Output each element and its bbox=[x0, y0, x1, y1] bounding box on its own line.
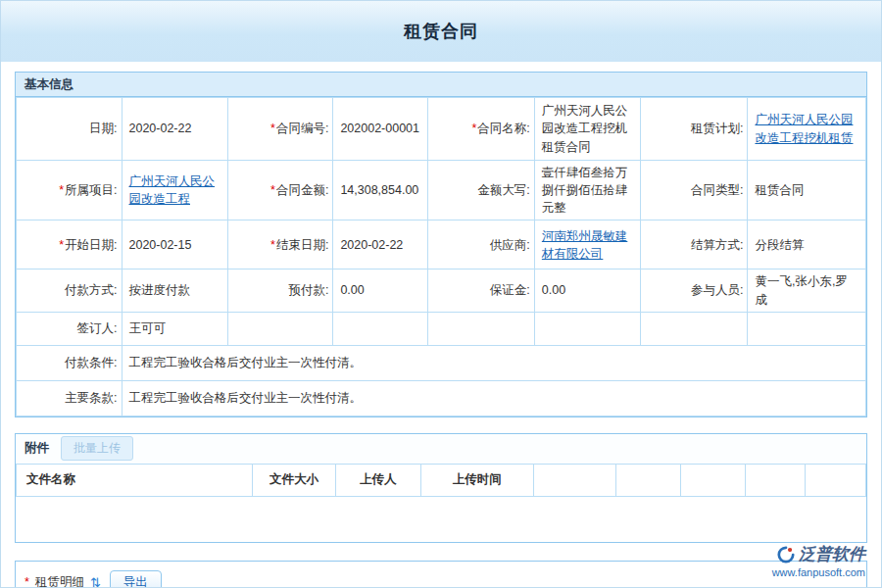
label-text: 所属项目: bbox=[65, 183, 117, 197]
end-date-value: 2020-02-22 bbox=[333, 220, 428, 270]
label-text: 合同编号: bbox=[276, 122, 328, 135]
attachments-empty-area bbox=[16, 497, 866, 542]
settlement-method-value: 分段结算 bbox=[748, 220, 866, 270]
contract-name-label: *合同名称: bbox=[428, 98, 534, 161]
attachments-header-row: 文件名称 文件大小 上传人 上传时间 bbox=[17, 464, 866, 496]
fanpu-logo-icon bbox=[777, 546, 795, 564]
label-text: 保证金: bbox=[490, 283, 530, 297]
basic-info-section: 基本信息 日期: 2020-02-22 *合同编号: 202002-00001 … bbox=[15, 72, 867, 417]
brand-name: 泛普软件 bbox=[799, 543, 865, 565]
attachments-section: 附件 批量上传 文件名称 文件大小 上传人 上传时间 bbox=[15, 433, 867, 543]
participants-label: 参与人员: bbox=[641, 270, 748, 312]
amount-in-words-label: 金额大写: bbox=[428, 161, 534, 220]
label-text: 签订人: bbox=[77, 321, 118, 335]
payment-method-value: 按进度付款 bbox=[122, 270, 227, 312]
attachments-title: 附件 bbox=[24, 440, 49, 457]
date-label: 日期: bbox=[17, 98, 122, 161]
deposit-label: 保证金: bbox=[428, 270, 534, 312]
supplier-link[interactable]: 河南郑州晟敏建材有限公司 bbox=[542, 229, 628, 261]
batch-upload-button[interactable]: 批量上传 bbox=[61, 436, 133, 461]
export-button[interactable]: 导出 bbox=[110, 570, 162, 588]
empty-cell bbox=[748, 312, 866, 345]
contract-amount-label: *合同金额: bbox=[227, 161, 333, 220]
project-link[interactable]: 广州天河人民公园改造工程 bbox=[129, 174, 216, 206]
attachments-col-upload-time: 上传时间 bbox=[420, 464, 533, 496]
empty-cell bbox=[534, 312, 640, 345]
branding-link[interactable]: 泛普软件 www.fanpusoft.com bbox=[772, 543, 865, 578]
project-value: 广州天河人民公园改造工程 bbox=[122, 161, 227, 220]
contract-amount-value: 14,308,854.00 bbox=[333, 161, 428, 220]
advance-payment-label: 预付款: bbox=[227, 270, 333, 312]
label-text: 结束日期: bbox=[276, 238, 328, 252]
basic-info-section-title: 基本信息 bbox=[16, 73, 866, 97]
table-row: 主要条款: 工程完工验收合格后交付业主一次性付清。 bbox=[17, 380, 866, 416]
label-text: 主要条款: bbox=[65, 391, 117, 405]
label-text: 租赁计划: bbox=[691, 122, 743, 135]
page-title: 租赁合同 bbox=[404, 20, 478, 43]
payment-terms-value: 工程完工验收合格后交付业主一次性付清。 bbox=[122, 345, 866, 380]
label-text: 合同名称: bbox=[477, 122, 529, 135]
signer-value: 王可可 bbox=[122, 312, 227, 345]
sort-toggle-icon[interactable]: ⇅ bbox=[90, 575, 101, 588]
required-marker: * bbox=[59, 183, 64, 197]
brand-line: 泛普软件 bbox=[772, 543, 865, 565]
attachments-table: 文件名称 文件大小 上传人 上传时间 bbox=[16, 464, 866, 497]
empty-cell bbox=[333, 312, 428, 345]
label-text: 日期: bbox=[89, 122, 117, 135]
lease-detail-section: * 租赁明细 ⇅ 导出 bbox=[15, 561, 867, 588]
payment-method-label: 付款方式: bbox=[17, 270, 122, 312]
attachments-header: 附件 批量上传 bbox=[16, 434, 866, 464]
label-text: 付款方式: bbox=[65, 283, 117, 297]
lease-plan-value: 广州天河人民公园改造工程挖机租赁 bbox=[748, 98, 866, 161]
attachments-col-extra-4 bbox=[745, 464, 805, 496]
label-text: 合同金额: bbox=[276, 183, 328, 197]
label-text: 开始日期: bbox=[65, 238, 117, 252]
empty-cell bbox=[428, 312, 534, 345]
attachments-col-extra-1 bbox=[533, 464, 615, 496]
required-marker: * bbox=[270, 122, 275, 135]
required-marker: * bbox=[24, 575, 29, 588]
table-row: 签订人: 王可可 bbox=[17, 312, 866, 345]
deposit-value: 0.00 bbox=[534, 270, 640, 312]
attachments-col-extra-3 bbox=[680, 464, 745, 496]
table-row: *所属项目: 广州天河人民公园改造工程 *合同金额: 14,308,854.00… bbox=[17, 161, 866, 220]
attachments-col-extra-5 bbox=[805, 464, 865, 496]
participants-value: 黄一飞,张小东,罗成 bbox=[748, 270, 866, 312]
lease-plan-label: 租赁计划: bbox=[641, 98, 748, 161]
label-text: 预付款: bbox=[288, 283, 328, 297]
empty-cell bbox=[641, 312, 748, 345]
attachments-col-file-name: 文件名称 bbox=[17, 464, 253, 496]
date-value: 2020-02-22 bbox=[122, 98, 227, 161]
settlement-method-label: 结算方式: bbox=[641, 220, 748, 270]
required-marker: * bbox=[59, 238, 64, 252]
basic-info-grid: 日期: 2020-02-22 *合同编号: 202002-00001 *合同名称… bbox=[16, 97, 866, 416]
required-marker: * bbox=[270, 238, 275, 252]
lease-contract-page: 租赁合同 基本信息 日期: 2020-02-22 *合同编号: 202002-0… bbox=[0, 0, 882, 588]
main-terms-value: 工程完工验收合格后交付业主一次性付清。 bbox=[122, 380, 866, 416]
label-text: 付款条件: bbox=[65, 356, 117, 369]
lease-detail-row: * 租赁明细 ⇅ 导出 bbox=[24, 570, 858, 588]
main-terms-label: 主要条款: bbox=[17, 380, 122, 416]
start-date-value: 2020-02-15 bbox=[122, 220, 227, 270]
table-row: 日期: 2020-02-22 *合同编号: 202002-00001 *合同名称… bbox=[17, 98, 866, 161]
attachments-col-extra-2 bbox=[616, 464, 681, 496]
lease-plan-link[interactable]: 广州天河人民公园改造工程挖机租赁 bbox=[755, 113, 853, 144]
label-text: 合同类型: bbox=[691, 183, 743, 197]
contract-type-label: 合同类型: bbox=[641, 161, 748, 220]
project-label: *所属项目: bbox=[17, 161, 122, 220]
table-row: 付款条件: 工程完工验收合格后交付业主一次性付清。 bbox=[17, 345, 866, 380]
contract-number-value: 202002-00001 bbox=[333, 98, 428, 161]
supplier-value: 河南郑州晟敏建材有限公司 bbox=[534, 220, 640, 270]
page-header-band: 租赁合同 bbox=[1, 1, 881, 62]
contract-number-label: *合同编号: bbox=[227, 98, 333, 161]
contract-name-value: 广州天河人民公园改造工程挖机租赁合同 bbox=[534, 98, 640, 161]
label-text: 参与人员: bbox=[691, 283, 743, 297]
lease-detail-label: 租赁明细 bbox=[35, 574, 84, 588]
label-text: 供应商: bbox=[490, 238, 530, 252]
contract-type-value: 租赁合同 bbox=[748, 161, 866, 220]
attachments-col-file-size: 文件大小 bbox=[253, 464, 336, 496]
label-text: 结算方式: bbox=[691, 238, 743, 252]
amount-in-words-value: 壹仟肆佰叁拾万捌仟捌佰伍拾肆元整 bbox=[534, 161, 640, 220]
label-text: 金额大写: bbox=[477, 183, 529, 197]
table-row: 付款方式: 按进度付款 预付款: 0.00 保证金: 0.00 参与人员: 黄一… bbox=[17, 270, 866, 312]
